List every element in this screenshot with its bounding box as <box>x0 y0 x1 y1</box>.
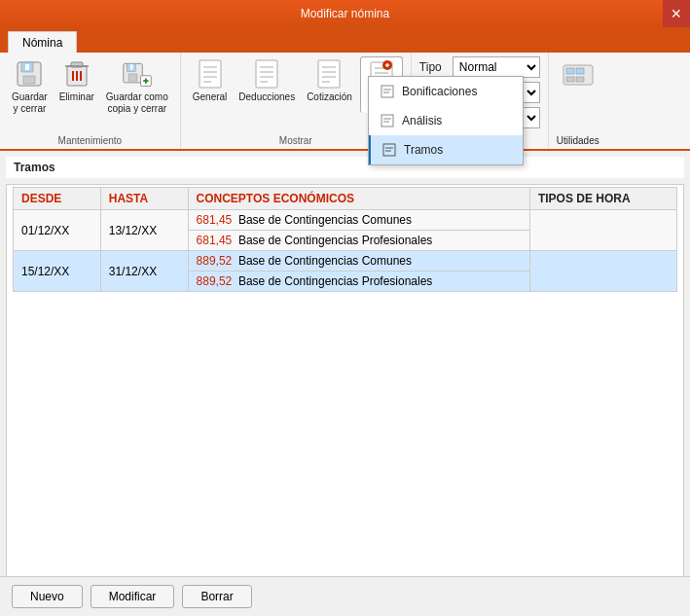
tramos-icon <box>381 141 398 159</box>
borrar-button[interactable]: Borrar <box>182 585 251 608</box>
window-title: Modificar nómina <box>301 7 389 20</box>
utiles-label: Utilidades <box>557 135 599 149</box>
save-icon <box>14 58 45 90</box>
svg-rect-22 <box>256 60 277 88</box>
svg-rect-46 <box>381 115 393 127</box>
label-2b: Base de Contingencias Profesionales <box>238 274 432 288</box>
val-1b: 681,45 <box>197 234 233 247</box>
ribbon-group-utiles: Utilidades <box>549 53 607 149</box>
tramos-label: Tramos <box>404 143 443 157</box>
val-2a: 889,52 <box>197 254 233 268</box>
dropdown-item-analisis[interactable]: Análisis <box>369 106 523 135</box>
modificar-button[interactable]: Modificar <box>91 585 175 608</box>
col-header-hasta: HASTA <box>100 188 188 210</box>
section-title: Tramos <box>6 157 684 178</box>
tipo-row: Tipo Normal Complementaria <box>419 56 540 78</box>
table-row[interactable]: 15/12/XX 31/12/XX 889,52 Base de Conting… <box>14 251 677 272</box>
cotizacion-icon <box>313 58 345 90</box>
deducciones-button[interactable]: Deducciones <box>235 56 299 105</box>
cell-desde-2: 15/12/XX <box>14 251 101 292</box>
dropdown-item-bonificaciones[interactable]: Bonificaciones <box>369 77 523 106</box>
cotizacion-button[interactable]: Cotización <box>303 56 356 105</box>
guardar-button[interactable]: Guardary cerrar <box>8 56 52 117</box>
bottom-bar: Nuevo Modificar Borrar <box>0 576 690 616</box>
eliminar-button[interactable]: Eliminar <box>55 56 98 105</box>
save-copy-icon <box>122 58 153 90</box>
label-2a: Base de Contingencias Comunes <box>238 254 412 268</box>
tipo-label: Tipo <box>419 60 449 74</box>
deducciones-icon <box>251 58 282 90</box>
svg-rect-27 <box>318 60 340 88</box>
svg-rect-43 <box>381 86 393 97</box>
bonificaciones-label: Bonificaciones <box>402 85 477 98</box>
cell-tipos-1 <box>529 210 676 251</box>
svg-rect-49 <box>383 144 395 156</box>
svg-rect-12 <box>128 74 137 81</box>
cell-concepto-1b: 681,45 Base de Contingencias Profesional… <box>188 231 529 251</box>
tab-nomina[interactable]: Nómina <box>8 31 77 53</box>
cell-desde-1: 01/12/XX <box>14 210 101 251</box>
svg-rect-13 <box>130 64 133 69</box>
title-bar: Modificar nómina ✕ <box>0 0 690 27</box>
svg-rect-39 <box>566 68 574 74</box>
dropdown-item-tramos[interactable]: Tramos <box>369 135 523 164</box>
svg-rect-41 <box>566 77 574 82</box>
svg-rect-40 <box>576 68 584 74</box>
cotizacion-label: Cotización <box>307 91 352 103</box>
tipo-select[interactable]: Normal Complementaria <box>453 56 540 78</box>
nuevo-button[interactable]: Nuevo <box>12 585 83 608</box>
cell-concepto-1a: 681,45 Base de Contingencias Comunes <box>188 210 529 231</box>
mantenimiento-group-label: Mantenimiento <box>8 133 172 149</box>
svg-rect-2 <box>23 76 35 84</box>
analisis-icon <box>379 112 396 129</box>
eliminar-label: Eliminar <box>59 91 94 103</box>
cell-hasta-2: 31/12/XX <box>100 251 188 292</box>
col-header-tipos: TIPOS DE HORA <box>529 188 676 210</box>
label-1a: Base de Contingencias Comunes <box>238 213 412 227</box>
utilidades-button[interactable] <box>559 56 598 95</box>
cell-concepto-2b: 889,52 Base de Contingencias Profesional… <box>188 272 529 292</box>
svg-rect-3 <box>25 64 29 70</box>
ribbon-toolbar: Guardary cerrar Eliminar <box>0 53 690 151</box>
guardar-copia-button[interactable]: Guardar comocopia y cerrar <box>102 56 172 117</box>
val-1a: 681,45 <box>197 213 233 227</box>
cell-tipos-2 <box>529 251 676 292</box>
general-label: General <box>193 91 228 103</box>
cell-hasta-1: 13/12/XX <box>100 210 188 251</box>
ribbon-tabs: Nómina <box>0 27 690 53</box>
ribbon-group-mantenimiento: Guardary cerrar Eliminar <box>0 53 181 149</box>
delete-icon <box>61 58 92 90</box>
analisis-label: Análisis <box>402 114 442 127</box>
col-header-conceptos: CONCEPTOS ECONÓMICOS <box>188 188 529 210</box>
svg-rect-17 <box>200 60 221 88</box>
val-2b: 889,52 <box>197 274 233 288</box>
bonificaciones-icon <box>379 83 396 100</box>
general-icon <box>195 58 226 90</box>
guardar-copia-label: Guardar comocopia y cerrar <box>106 91 168 115</box>
tramos-table: DESDE HASTA CONCEPTOS ECONÓMICOS TIPOS D… <box>13 187 677 292</box>
col-header-desde: DESDE <box>14 188 101 210</box>
close-button[interactable]: ✕ <box>663 0 690 27</box>
main-content: DESDE HASTA CONCEPTOS ECONÓMICOS TIPOS D… <box>6 184 684 605</box>
svg-rect-42 <box>576 77 584 82</box>
dropdown-menu: Bonificaciones Análisis Tramos <box>368 76 524 165</box>
table-row[interactable]: 01/12/XX 13/12/XX 681,45 Base de Conting… <box>14 210 677 231</box>
general-button[interactable]: General <box>189 56 232 105</box>
deducciones-label: Deducciones <box>238 91 295 103</box>
guardar-label: Guardary cerrar <box>12 91 48 115</box>
cell-concepto-2a: 889,52 Base de Contingencias Comunes <box>188 251 529 272</box>
mantenimiento-buttons: Guardary cerrar Eliminar <box>8 56 172 133</box>
label-1b: Base de Contingencias Profesionales <box>238 234 432 247</box>
table-header-row: DESDE HASTA CONCEPTOS ECONÓMICOS TIPOS D… <box>14 188 677 210</box>
